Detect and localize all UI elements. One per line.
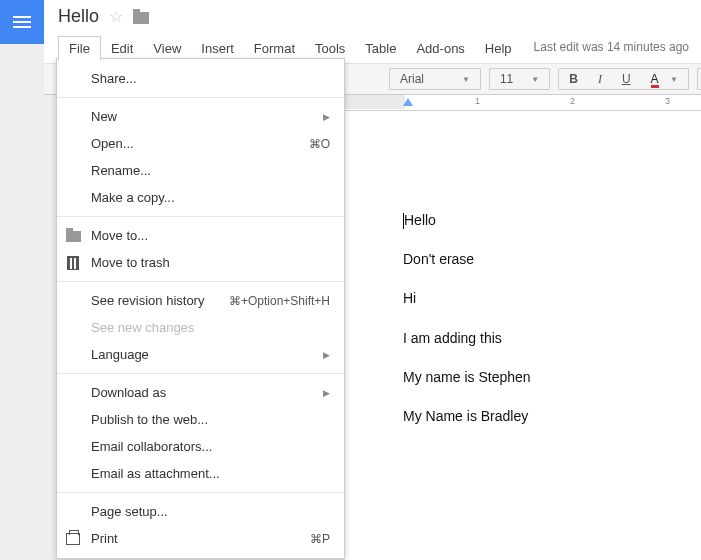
menu-item-make-copy[interactable]: Make a copy... — [57, 184, 344, 211]
trash-icon — [65, 255, 81, 271]
italic-button[interactable]: I — [588, 69, 612, 89]
submenu-arrow-icon: ▶ — [323, 112, 330, 122]
folder-icon — [65, 228, 81, 244]
menu-item-email-collaborators[interactable]: Email collaborators... — [57, 433, 344, 460]
menu-item-open[interactable]: Open...⌘O — [57, 130, 344, 157]
menu-item-revision-history[interactable]: See revision history⌘+Option+Shift+H — [57, 287, 344, 314]
star-icon[interactable]: ☆ — [109, 7, 123, 26]
print-icon — [65, 531, 81, 547]
document-title[interactable]: Hello — [58, 6, 99, 27]
menu-table[interactable]: Table — [355, 37, 406, 60]
menu-help[interactable]: Help — [475, 37, 522, 60]
menu-item-move-to-trash[interactable]: Move to trash — [57, 249, 344, 276]
menu-item-publish[interactable]: Publish to the web... — [57, 406, 344, 433]
menu-item-download-as[interactable]: Download as▶ — [57, 379, 344, 406]
menu-tools[interactable]: Tools — [305, 37, 355, 60]
menu-item-print[interactable]: Print⌘P — [57, 525, 344, 552]
doc-line[interactable]: My Name is Bradley — [403, 407, 701, 425]
menu-edit[interactable]: Edit — [101, 37, 143, 60]
indent-marker-icon[interactable] — [403, 98, 413, 106]
menu-item-move-to[interactable]: Move to... — [57, 222, 344, 249]
menu-item-share[interactable]: Share... — [57, 65, 344, 92]
submenu-arrow-icon: ▶ — [323, 350, 330, 360]
menu-item-new[interactable]: New▶ — [57, 103, 344, 130]
docs-home-button[interactable] — [0, 0, 44, 44]
doc-line[interactable]: Hi — [403, 289, 701, 307]
font-name: Arial — [400, 72, 424, 86]
font-size-picker[interactable]: 11▼ — [489, 68, 550, 90]
menu-insert[interactable]: Insert — [191, 37, 244, 60]
doc-line[interactable]: Don't erase — [403, 250, 701, 268]
doc-line[interactable]: Hello — [403, 211, 701, 229]
menu-icon — [13, 21, 31, 23]
menu-item-page-setup[interactable]: Page setup... — [57, 498, 344, 525]
underline-button[interactable]: U — [612, 69, 641, 89]
menu-view[interactable]: View — [143, 37, 191, 60]
chevron-down-icon: ▼ — [670, 75, 678, 84]
ruler-tick: 2 — [570, 96, 575, 106]
separator — [57, 216, 344, 217]
document-page[interactable]: Hello Don't erase Hi I am adding this My… — [345, 111, 701, 560]
separator — [57, 373, 344, 374]
menu-addons[interactable]: Add-ons — [406, 37, 474, 60]
file-menu-dropdown: Share... New▶ Open...⌘O Rename... Make a… — [56, 58, 345, 559]
doc-line[interactable]: I am adding this — [403, 329, 701, 347]
chevron-down-icon: ▼ — [462, 75, 470, 84]
chevron-down-icon: ▼ — [531, 75, 539, 84]
menu-file[interactable]: File — [58, 36, 101, 61]
separator — [57, 281, 344, 282]
menu-item-email-attachment[interactable]: Email as attachment... — [57, 460, 344, 487]
ruler-tick: 1 — [475, 96, 480, 106]
menu-item-rename[interactable]: Rename... — [57, 157, 344, 184]
font-size: 11 — [500, 72, 513, 86]
last-edit-text[interactable]: Last edit was 14 minutes ago — [534, 40, 689, 54]
separator — [57, 492, 344, 493]
horizontal-ruler[interactable]: 1 2 3 — [345, 95, 701, 111]
separator — [57, 97, 344, 98]
doc-line[interactable]: My name is Stephen — [403, 368, 701, 386]
text-color-button[interactable]: A ▼ — [641, 69, 688, 89]
menu-item-see-new-changes: See new changes — [57, 314, 344, 341]
folder-icon[interactable] — [133, 12, 149, 24]
font-picker[interactable]: Arial▼ — [389, 68, 481, 90]
submenu-arrow-icon: ▶ — [323, 388, 330, 398]
ruler-tick: 3 — [665, 96, 670, 106]
bold-button[interactable]: B — [559, 69, 588, 89]
menu-format[interactable]: Format — [244, 37, 305, 60]
menu-item-language[interactable]: Language▶ — [57, 341, 344, 368]
